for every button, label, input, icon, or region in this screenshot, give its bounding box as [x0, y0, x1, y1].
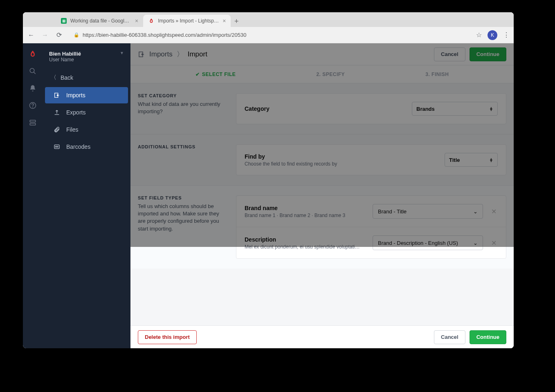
logo-icon[interactable] [29, 50, 37, 58]
field-name: Description [245, 236, 366, 243]
lock-icon: 🔒 [74, 32, 79, 38]
chevron-right-icon: 〉 [177, 49, 184, 59]
url-text: https://bien-habillie-606338.shoplightsp… [83, 32, 246, 38]
field-mapping-select[interactable]: Brand - Title ⌄ [373, 204, 483, 219]
select-caret-icon: ▲▼ [489, 107, 493, 111]
browser-tab-sheets[interactable]: ▦ Working data file - Google She × [56, 15, 143, 27]
browser-tabs: ▦ Working data file - Google She × Impor… [23, 12, 514, 27]
reload-icon[interactable]: ⟳ [55, 31, 63, 39]
check-icon: ✔ [195, 72, 200, 77]
import-icon [138, 51, 145, 58]
field-row: Brand name Brand name 1 · Brand name 2 ·… [236, 196, 506, 227]
back-link[interactable]: 〈 Back [43, 69, 130, 86]
field-name: Brand name [245, 205, 366, 211]
category-select[interactable]: Brands ▲▼ [412, 102, 498, 116]
sidebar: Bien Habillié User Name ▼ 〈 Back Imports… [43, 43, 130, 348]
sidebar-item-exports[interactable]: Exports [45, 104, 128, 121]
nav-rail [23, 43, 43, 348]
section-title: SET CATEGORY [138, 93, 228, 98]
sheets-icon: ▦ [61, 18, 67, 24]
url-field[interactable]: 🔒 https://bien-habillie-606338.shoplight… [69, 29, 470, 41]
section-desc: What kind of data are you currently impo… [138, 101, 228, 115]
step-finish: 3. FINISH [425, 72, 449, 77]
forward-icon[interactable]: → [41, 31, 49, 39]
findby-sublabel: Choose the field to find existing record… [245, 161, 337, 167]
chevron-down-icon: ⌄ [473, 240, 478, 246]
continue-button[interactable]: Continue [470, 47, 506, 61]
import-icon [53, 92, 61, 99]
profile-avatar[interactable]: K [488, 30, 497, 40]
bookmark-icon[interactable]: ☆ [476, 31, 482, 39]
main-content: Imports 〉 Import Cancel Continue ✔ SELEC… [130, 43, 514, 348]
paperclip-icon [53, 126, 61, 133]
sidebar-item-files[interactable]: Files [45, 121, 128, 138]
export-icon [53, 109, 61, 116]
section-title: ADDITIONAL SETTINGS [138, 144, 228, 149]
select-value: Title [449, 157, 460, 163]
sidebar-item-label: Files [66, 126, 79, 133]
sidebar-item-imports[interactable]: Imports [45, 87, 128, 103]
chevron-left-icon: 〈 [51, 74, 56, 81]
store-switcher[interactable]: Bien Habillié User Name ▼ [43, 47, 130, 69]
store-name: Bien Habillié [49, 51, 81, 57]
svg-rect-5 [30, 123, 36, 125]
sidebar-item-label: Barcodes [66, 143, 90, 150]
browser-tab-lightspeed[interactable]: Imports » Import - Lightspeed × [143, 15, 231, 27]
address-bar: ← → ⟳ 🔒 https://bien-habillie-606338.sho… [23, 27, 514, 43]
chevron-down-icon: ⌄ [473, 208, 478, 215]
field-sample: Brand name 1 · Brand name 2 · Brand name… [245, 213, 366, 218]
back-label: Back [61, 74, 73, 81]
select-value: Brands [416, 106, 435, 112]
new-tab-button[interactable]: + [231, 16, 242, 27]
page-header: Imports 〉 Import Cancel Continue [130, 43, 514, 65]
tab-title: Imports » Import - Lightspeed [158, 18, 219, 24]
sidebar-item-label: Imports [66, 92, 85, 99]
breadcrumb-current: Import [188, 50, 207, 58]
bell-icon[interactable] [29, 84, 37, 92]
select-value: Brand - Description - English (US) [378, 240, 458, 246]
remove-field-icon[interactable]: ✕ [490, 208, 498, 215]
search-icon[interactable] [29, 67, 37, 75]
category-label: Category [245, 105, 270, 112]
close-tab-icon[interactable]: × [135, 18, 138, 24]
step-specify: 2. SPECIFY [316, 72, 345, 77]
lightspeed-icon [148, 18, 155, 24]
barcode-icon [53, 143, 61, 150]
section-desc: Tell us which columns should be imported… [138, 203, 228, 233]
breadcrumb-root[interactable]: Imports [149, 50, 173, 58]
wizard-steps: ✔ SELECT FILE 2. SPECIFY 3. FINISH [130, 65, 514, 83]
select-value: Brand - Title [378, 208, 407, 215]
tutorial-highlight [130, 247, 514, 348]
svg-rect-4 [30, 120, 36, 122]
chevron-down-icon: ▼ [120, 51, 124, 55]
section-title: SET FIELD TYPES [138, 195, 228, 200]
user-name: User Name [49, 57, 81, 63]
app: Bien Habillié User Name ▼ 〈 Back Imports… [23, 43, 514, 348]
section-category: SET CATEGORY What kind of data are you c… [130, 83, 514, 134]
findby-label: Find by [245, 153, 337, 160]
step-select-file: ✔ SELECT FILE [195, 72, 236, 77]
tab-title: Working data file - Google She [70, 18, 132, 24]
svg-point-0 [30, 68, 34, 73]
close-tab-icon[interactable]: × [222, 18, 226, 24]
findby-select[interactable]: Title ▲▼ [445, 153, 498, 167]
back-icon[interactable]: ← [27, 31, 35, 39]
cancel-button[interactable]: Cancel [434, 47, 465, 61]
svg-line-1 [34, 72, 36, 74]
select-caret-icon: ▲▼ [489, 158, 493, 162]
server-icon[interactable] [29, 119, 37, 127]
section-additional: ADDITIONAL SETTINGS Find by Choose the f… [130, 134, 514, 186]
sidebar-item-label: Exports [66, 109, 85, 116]
browser-menu-icon[interactable]: ⋮ [503, 31, 510, 39]
help-icon[interactable] [29, 101, 37, 110]
svg-point-3 [33, 107, 33, 107]
sidebar-item-barcodes[interactable]: Barcodes [45, 139, 128, 155]
browser-window: ▦ Working data file - Google She × Impor… [23, 12, 514, 348]
remove-field-icon[interactable]: ✕ [490, 239, 498, 247]
breadcrumb: Imports 〉 Import [138, 49, 207, 59]
